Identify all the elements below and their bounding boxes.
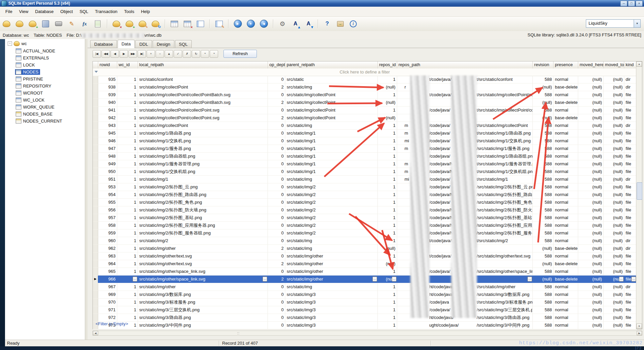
table-row[interactable]: 9641src/static/img/other/text.svg2src/st… <box>93 260 637 268</box>
insert-button[interactable]: + <box>147 50 155 58</box>
column-header-mt[interactable]: moved_to <box>604 61 624 68</box>
chevron-down-icon[interactable]: ▼ <box>634 20 640 27</box>
column-header-wc_id[interactable]: wc_id <box>117 61 138 68</box>
add-database-icon[interactable]: + <box>28 19 37 28</box>
back-icon[interactable]: ◀ <box>259 19 268 28</box>
table-row[interactable]: 9541src/static/img/2/拓扑图_路由器.png0src/sta… <box>93 191 637 199</box>
table-row[interactable]: 9351src/static/iconfont0src/static1t/cod… <box>93 76 637 83</box>
last-button[interactable]: ▶| <box>138 50 146 58</box>
table-row[interactable]: 9651src/static/img/other/space_link.svg0… <box>93 268 637 276</box>
help-icon[interactable]: ? <box>323 19 332 28</box>
ellipsis-button[interactable]: … <box>133 277 137 282</box>
ellipsis-button[interactable]: … <box>619 277 624 282</box>
ellipsis-button[interactable]: … <box>372 277 377 282</box>
tree-root-wc[interactable]: − wc <box>5 39 85 47</box>
table-row[interactable]: 9531src/static/img/2/拓扑图_云.png0src/stati… <box>93 183 637 191</box>
refresh-record-button[interactable]: ↻ <box>192 50 200 58</box>
grid-filter-row[interactable]: Click here to define a filter <box>93 68 637 76</box>
table-row[interactable]: 9691src/static/img/3/数据库.png0src/static/… <box>93 291 637 299</box>
sidebar-item-nodes_current[interactable]: NODES_CURRENT <box>5 118 85 125</box>
column-header-rev[interactable]: revision <box>533 61 553 68</box>
table-row[interactable]: ▶9661…src/static/img/other/space_link.sv… <box>93 276 637 283</box>
tab-ddl[interactable]: DDL <box>135 40 152 48</box>
table-row[interactable]: 9391src/static/img/collectPoint/collectP… <box>93 91 637 99</box>
sidebar-item-nodes[interactable]: NODES <box>5 68 85 75</box>
sql-script-icon[interactable] <box>93 19 102 28</box>
column-header-kind[interactable]: kind <box>624 61 637 68</box>
drop-grid-icon[interactable]: × <box>183 19 192 28</box>
table-row[interactable]: 9581src/static/img/2/拓扑图_应用服务器.png0src/s… <box>93 222 637 229</box>
menu-database[interactable]: Database <box>32 7 57 16</box>
minimize-button[interactable]: ─ <box>620 1 627 6</box>
options-gear-icon[interactable]: ⚙ <box>278 19 287 28</box>
next-page-button[interactable]: ▶▶ <box>129 50 137 58</box>
sidebar-item-repository[interactable]: REPOSITORY <box>5 82 85 90</box>
drop-table-icon[interactable]: × <box>112 19 121 28</box>
exit-icon[interactable]: → <box>336 19 345 28</box>
sidebar-item-pristine[interactable]: PRISTINE <box>5 75 85 82</box>
column-header-op[interactable]: op_depth <box>268 61 285 68</box>
menu-file[interactable]: File <box>2 7 16 16</box>
prior-page-button[interactable]: ◀◀ <box>102 50 110 58</box>
table-row[interactable]: 9551src/static/img/2/拓扑图_角色.png0src/stat… <box>93 199 637 206</box>
table-row[interactable]: 9721src/static/img/3/路由器.png0src/static/… <box>93 314 637 322</box>
post-button[interactable]: ✓ <box>174 50 182 58</box>
tab-sql[interactable]: SQL <box>175 40 192 48</box>
sidebar-item-actual_node[interactable]: ACTUAL_NODE <box>5 47 85 54</box>
sidebar-item-wcroot[interactable]: WCROOT <box>5 90 85 97</box>
table-row[interactable]: 9381src/static/img/collectPoint2src/stat… <box>93 83 637 91</box>
menu-tools[interactable]: Tools <box>121 7 138 16</box>
font-decrease-icon[interactable]: A▼ <box>304 19 313 28</box>
table-row[interactable]: 9471src/static/img/1/服务器.png0src/static/… <box>93 145 637 153</box>
tab-data[interactable]: Data <box>118 40 135 48</box>
table-row[interactable]: 9631src/static/img/other/text.svg0src/st… <box>93 252 637 260</box>
expression-editor-icon[interactable]: fx <box>80 19 89 28</box>
table-row[interactable]: 9451src/static/img/1/路由器.png0src/static/… <box>93 130 637 137</box>
prior-button[interactable]: ◀ <box>111 50 119 58</box>
attach-database-icon[interactable] <box>54 19 63 28</box>
column-header-parent[interactable]: parent_relpath <box>285 61 378 68</box>
menu-transaction[interactable]: Transaction <box>92 7 121 16</box>
column-header-mh[interactable]: moved_here <box>578 61 604 68</box>
scroll-up-icon[interactable]: ▲ <box>636 61 642 67</box>
table-row[interactable]: 9411src/static/img/collectPoint/collectP… <box>93 107 637 114</box>
vertical-scrollbar[interactable]: ▲ ▼ <box>636 61 642 329</box>
table-row[interactable]: 9491src/static/img/1/服务器管理.png0src/stati… <box>93 160 637 168</box>
column-header-repos[interactable]: repos_path <box>397 61 533 68</box>
table-row[interactable]: 9421src/static/img/collectPoint/collectP… <box>93 114 637 122</box>
tab-design[interactable]: Design <box>153 40 174 48</box>
save-database-icon[interactable] <box>41 19 50 28</box>
sidebar-item-nodes_base[interactable]: NODES_BASE <box>5 111 85 118</box>
ellipsis-button[interactable]: … <box>527 277 532 282</box>
table-row[interactable]: 9461src/static/img/1/交换机.png0src/static/… <box>93 137 637 145</box>
table-row[interactable]: 9711src/static/img/3/三层交换机.png0src/stati… <box>93 306 637 314</box>
new-table-icon[interactable]: + <box>125 19 134 28</box>
table-row[interactable]: 9431src/static/img/collectPoint0src/stat… <box>93 122 637 130</box>
menu-view[interactable]: View <box>16 7 32 16</box>
alter-table-icon[interactable]: ✎ <box>138 19 147 28</box>
scrollbar-grip[interactable]: :: <box>237 331 240 335</box>
new-grid-icon[interactable] <box>170 19 179 28</box>
font-increase-icon[interactable]: A▲ <box>291 19 300 28</box>
edit-button[interactable]: ▲ <box>165 50 173 58</box>
horizontal-scrollbar[interactable]: ◀ :: ▶ <box>93 331 642 336</box>
menu-help[interactable]: Help <box>138 7 153 16</box>
table-row[interactable]: 9591src/static/img/2/拓扑图_服务器组.png0src/st… <box>93 229 637 237</box>
execute-icon[interactable]: ▶ <box>233 19 242 28</box>
bookmark-set-button[interactable]: * <box>201 50 209 58</box>
next-button[interactable]: ▶ <box>120 50 128 58</box>
table-row[interactable]: 9511src/static/img/10src/static/img1mi/c… <box>93 176 637 183</box>
sidebar-item-externals[interactable]: EXTERNALS <box>5 54 85 61</box>
pause-icon[interactable]: ● <box>246 19 255 28</box>
tab-database[interactable]: Database <box>90 40 117 48</box>
edit-form-icon[interactable]: ✎ <box>214 19 223 28</box>
scroll-down-icon[interactable]: ▼ <box>636 324 642 329</box>
column-header-pres[interactable]: presence <box>553 61 578 68</box>
new-database-icon[interactable] <box>2 19 11 28</box>
table-row[interactable]: 9671src/static/img/other0src/static/img1… <box>93 283 637 291</box>
table-row[interactable]: 9571src/static/img/2/拓扑图_基站.png0src/stat… <box>93 214 637 222</box>
sidebar-item-work_queue[interactable]: WORK_QUEUE <box>5 104 85 111</box>
table-row[interactable]: 9501src/static/img/1/交换机组.png0src/static… <box>93 168 637 176</box>
close-button[interactable]: × <box>636 1 643 6</box>
sidebar-item-lock[interactable]: LOCK <box>5 61 85 68</box>
